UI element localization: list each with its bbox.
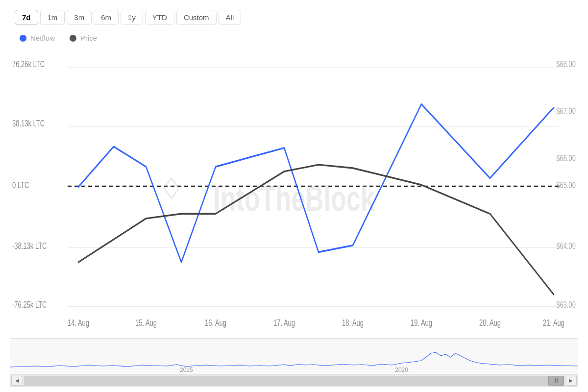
netflow-dot bbox=[20, 35, 26, 42]
svg-text:2020: 2020 bbox=[395, 367, 408, 373]
scroll-left-button[interactable]: ◀ bbox=[11, 376, 23, 386]
svg-text:21. Aug: 21. Aug bbox=[543, 318, 564, 327]
chart-svg: 76.26k LTC 38.13k LTC 0 LTC -38.13k LTC … bbox=[10, 47, 578, 336]
scroll-right-button[interactable]: ▶ bbox=[565, 376, 577, 386]
scroll-handle[interactable] bbox=[548, 376, 564, 386]
netflow-label: Netflow bbox=[30, 34, 55, 42]
svg-text:14. Aug: 14. Aug bbox=[68, 318, 89, 327]
btn-custom[interactable]: Custom bbox=[176, 10, 217, 25]
svg-text:IntoTheBlock: IntoTheBlock bbox=[213, 179, 374, 218]
chart-legend: Netflow Price bbox=[10, 34, 578, 42]
svg-text:38.13k LTC: 38.13k LTC bbox=[12, 119, 45, 128]
svg-text:18. Aug: 18. Aug bbox=[342, 318, 364, 327]
svg-text:16. Aug: 16. Aug bbox=[205, 318, 226, 327]
navigator-svg: 2015 2020 bbox=[10, 339, 578, 374]
scrollbar-row: ◀ ▶ bbox=[10, 374, 578, 387]
svg-text:$66.00: $66.00 bbox=[556, 153, 576, 163]
time-range-bar: 7d 1m 3m 6m 1y YTD Custom All bbox=[10, 10, 578, 25]
legend-netflow: Netflow bbox=[20, 34, 55, 42]
btn-1y[interactable]: 1y bbox=[121, 10, 143, 25]
svg-text:2015: 2015 bbox=[180, 367, 193, 373]
navigator[interactable]: 2015 2020 ◀ ▶ bbox=[10, 338, 578, 387]
svg-text:$63.00: $63.00 bbox=[556, 300, 576, 309]
svg-text:0 LTC: 0 LTC bbox=[12, 180, 29, 190]
btn-1m[interactable]: 1m bbox=[40, 10, 65, 25]
svg-text:19. Aug: 19. Aug bbox=[411, 318, 432, 327]
price-label: Price bbox=[80, 34, 97, 42]
price-dot bbox=[70, 35, 76, 42]
svg-text:-38.13k LTC: -38.13k LTC bbox=[12, 241, 47, 250]
legend-price: Price bbox=[70, 34, 97, 42]
svg-rect-25 bbox=[10, 339, 578, 374]
btn-6m[interactable]: 6m bbox=[94, 10, 119, 25]
svg-text:$67.00: $67.00 bbox=[556, 106, 576, 116]
svg-text:-76.25k LTC: -76.25k LTC bbox=[12, 300, 47, 309]
svg-text:$68.00: $68.00 bbox=[556, 59, 576, 69]
svg-text:15. Aug: 15. Aug bbox=[135, 318, 157, 327]
svg-text:$64.00: $64.00 bbox=[556, 241, 576, 250]
main-chart[interactable]: 76.26k LTC 38.13k LTC 0 LTC -38.13k LTC … bbox=[10, 47, 578, 336]
scroll-track[interactable] bbox=[24, 376, 564, 386]
btn-ytd[interactable]: YTD bbox=[145, 10, 174, 25]
svg-text:17. Aug: 17. Aug bbox=[273, 318, 295, 327]
handle-grip bbox=[555, 378, 558, 383]
btn-all[interactable]: All bbox=[219, 10, 242, 25]
btn-3m[interactable]: 3m bbox=[67, 10, 92, 25]
main-container: 7d 1m 3m 6m 1y YTD Custom All Netflow Pr… bbox=[0, 0, 588, 392]
chart-area: 76.26k LTC 38.13k LTC 0 LTC -38.13k LTC … bbox=[10, 47, 578, 387]
svg-text:$65.00: $65.00 bbox=[556, 180, 576, 190]
btn-7d[interactable]: 7d bbox=[15, 10, 38, 25]
svg-text:76.26k LTC: 76.26k LTC bbox=[12, 59, 45, 69]
svg-text:20. Aug: 20. Aug bbox=[479, 318, 501, 327]
